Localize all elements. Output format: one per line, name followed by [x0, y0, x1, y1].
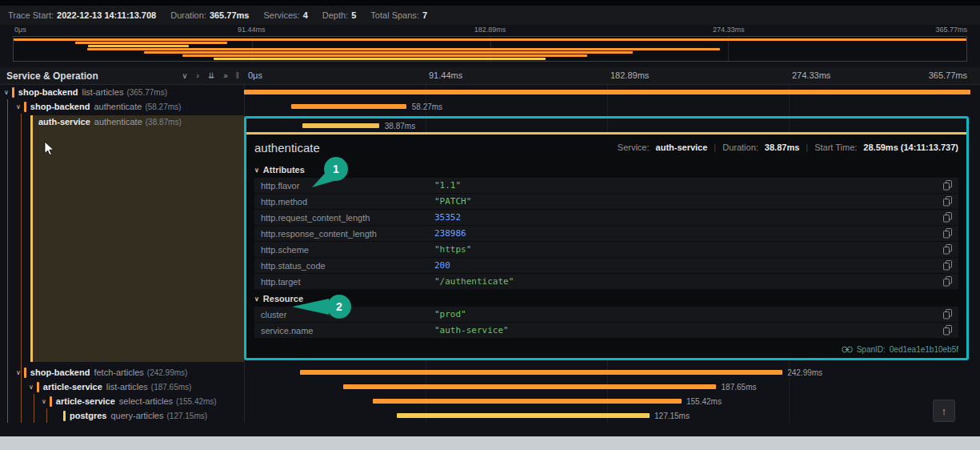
- span-bar[interactable]: [244, 90, 970, 94]
- attribute-row: http.flavor "1.1": [254, 178, 958, 193]
- copy-icon[interactable]: [943, 276, 952, 288]
- meta-service-value: auth-service: [656, 143, 708, 152]
- span-tree-item[interactable]: ∨ shop-backend list-articles (365.77ms): [0, 85, 244, 99]
- resource-section-header[interactable]: ∨ Resource: [254, 291, 958, 307]
- span-tree-item[interactable]: ∨ article-service list-articles (187.65m…: [0, 380, 244, 394]
- meta-divider: |: [714, 143, 716, 152]
- operation-name: select-articles: [119, 396, 173, 406]
- annotation-number: 2: [336, 300, 342, 313]
- minimap-span-bar: [88, 45, 189, 47]
- collapse-all-icon[interactable]: ⇊: [208, 71, 214, 80]
- minimap-span-bar: [75, 42, 226, 44]
- chevron-down-icon[interactable]: ∨: [42, 398, 46, 405]
- span-timeline-cell[interactable]: 58.27ms: [244, 99, 970, 114]
- trace-services-label: Services:: [263, 10, 299, 20]
- span-bar-label: 127.15ms: [654, 412, 690, 420]
- chevron-down-icon[interactable]: ∨: [4, 89, 9, 96]
- copy-icon[interactable]: [943, 309, 952, 321]
- span-timeline-cell[interactable]: 155.42ms: [244, 394, 970, 408]
- trace-total-spans: Total Spans: 7: [370, 10, 427, 20]
- span-tree-item[interactable]: ∨ article-service select-articles (155.4…: [0, 394, 244, 408]
- span-row[interactable]: ∨ article-service select-articles (155.4…: [0, 394, 970, 408]
- copy-icon[interactable]: [943, 244, 952, 256]
- trace-summary-header: Trace Start: 2022-12-13 14:11:13.708 Dur…: [0, 6, 980, 25]
- service-name: auth-service: [38, 117, 90, 127]
- span-bar-label: 242.99ms: [787, 368, 822, 377]
- span-row[interactable]: ∨ article-service list-articles (187.65m…: [0, 380, 970, 394]
- minimap-span-bar: [14, 38, 966, 41]
- span-row[interactable]: ∨ shop-backend authenticate (58.27ms) 58…: [0, 99, 970, 114]
- minimap-canvas[interactable]: [13, 36, 967, 62]
- span-timeline-cell[interactable]: 127.15ms: [244, 408, 970, 423]
- trace-minimap[interactable]: 0μs 91.44ms 182.89ms 274.33ms 365.77ms: [0, 25, 980, 64]
- span-row[interactable]: ∨ shop-backend list-articles (365.77ms): [0, 85, 970, 99]
- timeline-tick: 0μs: [248, 70, 262, 80]
- span-bar[interactable]: [291, 104, 406, 109]
- copy-icon[interactable]: [943, 260, 952, 272]
- copy-icon[interactable]: [943, 196, 952, 208]
- trace-viewer: Trace Start: 2022-12-13 14:11:13.708 Dur…: [0, 0, 980, 450]
- attribute-row: http.response_content_length 238986: [254, 226, 958, 241]
- service-name: article-service: [56, 396, 115, 406]
- window-top-strip: [0, 0, 980, 6]
- expand-one-icon[interactable]: ›: [197, 71, 199, 80]
- span-bar[interactable]: [343, 384, 716, 389]
- attribute-value: "https": [434, 244, 471, 255]
- attribute-value: "PATCH": [434, 196, 471, 207]
- copy-icon[interactable]: [943, 228, 952, 240]
- span-detail-header: authenticate Service: auth-service | Dur…: [254, 135, 958, 160]
- span-timeline-cell[interactable]: 242.99ms: [244, 365, 970, 380]
- trace-services: Services: 4: [263, 10, 307, 20]
- service-operation-title: Service & Operation: [6, 70, 98, 82]
- selected-span-tree-area[interactable]: auth-service authenticate (38.87ms): [0, 114, 244, 365]
- attributes-section-header[interactable]: ∨ Attributes: [254, 162, 958, 178]
- span-duration: (187.65ms): [151, 383, 192, 392]
- span-duration: (38.87ms): [146, 118, 182, 127]
- meta-start-time-label: Start Time:: [814, 143, 857, 152]
- span-rows-area: ∨ shop-backend list-articles (365.77ms) …: [0, 85, 980, 434]
- mouse-cursor: [44, 141, 55, 157]
- resource-key: service.name: [254, 326, 434, 335]
- scroll-to-top-button[interactable]: ↑: [933, 400, 955, 422]
- span-tree-item[interactable]: postgres query-articles (127.15ms): [0, 408, 244, 423]
- span-tree-item[interactable]: ∨ shop-backend authenticate (58.27ms): [0, 99, 244, 114]
- chevron-down-icon[interactable]: ∨: [16, 369, 21, 376]
- bottom-bar: [0, 436, 980, 450]
- selected-span-zone: auth-service authenticate (38.87ms) 38.8…: [0, 114, 970, 365]
- span-row[interactable]: ∨ shop-backend fetch-articles (242.99ms)…: [0, 365, 970, 380]
- copy-icon[interactable]: [943, 325, 952, 337]
- copy-icon[interactable]: [943, 212, 952, 224]
- expand-all-icon[interactable]: »: [223, 71, 228, 80]
- span-detail-meta: Service: auth-service | Duration: 38.87m…: [618, 143, 958, 152]
- chevron-down-icon[interactable]: ∨: [16, 103, 21, 110]
- selected-row-highlight[interactable]: auth-service authenticate (38.87ms): [30, 115, 244, 362]
- copy-icon[interactable]: [943, 180, 952, 192]
- attribute-value: 238986: [434, 228, 466, 239]
- timeline-tick: 182.89ms: [610, 70, 649, 80]
- span-timeline-cell[interactable]: 187.65ms: [244, 380, 970, 394]
- selected-span-timeline-row[interactable]: 38.87ms: [246, 119, 966, 132]
- span-tree-item[interactable]: ∨ shop-backend fetch-articles (242.99ms): [0, 365, 244, 380]
- collapse-one-icon[interactable]: ∨: [182, 71, 187, 80]
- service-color-bar: [37, 382, 39, 392]
- trace-services-value: 4: [303, 10, 308, 20]
- attributes-section-title: Attributes: [263, 165, 305, 175]
- minimap-span-bar: [87, 48, 720, 50]
- span-duration: (127.15ms): [167, 412, 208, 420]
- column-splitter-handle[interactable]: ‖: [236, 71, 239, 80]
- operation-name: list-articles: [82, 87, 123, 97]
- trace-duration-value: 365.77ms: [210, 10, 250, 20]
- minimap-tick: 274.33ms: [713, 26, 745, 34]
- span-tree-item[interactable]: auth-service authenticate (38.87ms): [33, 115, 244, 128]
- span-timeline-cell[interactable]: [244, 85, 970, 99]
- trace-total-spans-value: 7: [422, 10, 427, 20]
- chevron-down-icon[interactable]: ∨: [29, 384, 34, 391]
- span-bar[interactable]: [302, 123, 378, 128]
- span-id-value[interactable]: 0ed1ea1e1b10eb5f: [890, 345, 958, 354]
- attribute-row: http.method "PATCH": [254, 194, 958, 209]
- span-bar[interactable]: [397, 413, 650, 418]
- span-bar[interactable]: [300, 370, 782, 375]
- span-bar[interactable]: [373, 399, 682, 404]
- span-row[interactable]: postgres query-articles (127.15ms) 127.1…: [0, 408, 970, 423]
- attribute-key: http.status_code: [254, 261, 434, 271]
